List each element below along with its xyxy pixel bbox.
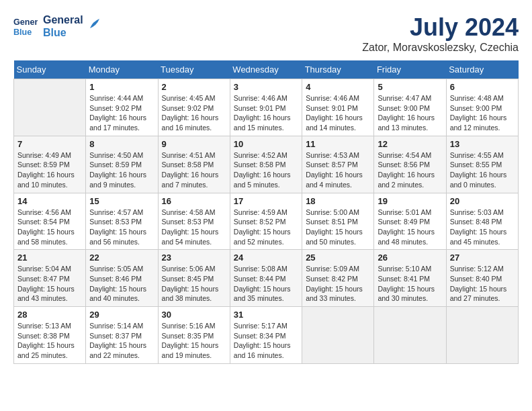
- cell-info: Sunrise: 5:00 AMSunset: 8:51 PMDaylight:…: [306, 208, 370, 247]
- weekday-header-wednesday: Wednesday: [230, 60, 302, 79]
- calendar-cell: [302, 307, 374, 364]
- page-header: General Blue General Blue July 2024 Zato…: [13, 13, 519, 54]
- cell-info: Sunrise: 4:54 AMSunset: 8:56 PMDaylight:…: [378, 150, 442, 190]
- cell-info: Sunrise: 4:56 AMSunset: 8:54 PMDaylight:…: [17, 208, 82, 247]
- cell-info: Sunrise: 5:06 AMSunset: 8:45 PMDaylight:…: [162, 264, 226, 304]
- day-number: 10: [234, 139, 298, 149]
- day-number: 30: [162, 310, 226, 320]
- cell-info: Sunrise: 4:46 AMSunset: 9:01 PMDaylight:…: [306, 93, 370, 133]
- cell-info: Sunrise: 5:13 AMSunset: 8:38 PMDaylight:…: [17, 321, 82, 361]
- calendar-cell: 21Sunrise: 5:04 AMSunset: 8:47 PMDayligh…: [14, 250, 86, 307]
- cell-info: Sunrise: 5:10 AMSunset: 8:41 PMDaylight:…: [378, 264, 442, 304]
- day-number: 16: [162, 196, 226, 206]
- calendar-cell: 17Sunrise: 4:59 AMSunset: 8:52 PMDayligh…: [230, 193, 302, 250]
- calendar-cell: 15Sunrise: 4:57 AMSunset: 8:53 PMDayligh…: [86, 193, 158, 250]
- cell-info: Sunrise: 4:55 AMSunset: 8:55 PMDaylight:…: [450, 150, 515, 190]
- day-number: 7: [17, 139, 82, 149]
- cell-info: Sunrise: 5:01 AMSunset: 8:49 PMDaylight:…: [378, 208, 442, 247]
- calendar-cell: 27Sunrise: 5:12 AMSunset: 8:40 PMDayligh…: [446, 250, 518, 307]
- day-number: 27: [450, 253, 515, 263]
- day-number: 13: [450, 139, 515, 149]
- cell-info: Sunrise: 4:45 AMSunset: 9:02 PMDaylight:…: [162, 93, 226, 133]
- calendar-week-row: 1Sunrise: 4:44 AMSunset: 9:02 PMDaylight…: [14, 79, 519, 136]
- cell-info: Sunrise: 4:44 AMSunset: 9:02 PMDaylight:…: [89, 93, 154, 133]
- calendar-cell: 20Sunrise: 5:03 AMSunset: 8:48 PMDayligh…: [446, 193, 518, 250]
- day-number: 29: [89, 310, 154, 320]
- title-block: July 2024 Zator, Moravskoslezsky, Czechi…: [362, 13, 519, 54]
- weekday-header-monday: Monday: [86, 60, 158, 79]
- calendar-cell: 3Sunrise: 4:46 AMSunset: 9:01 PMDaylight…: [230, 79, 302, 136]
- calendar-cell: 9Sunrise: 4:51 AMSunset: 8:58 PMDaylight…: [158, 136, 230, 193]
- calendar-week-row: 14Sunrise: 4:56 AMSunset: 8:54 PMDayligh…: [14, 193, 519, 250]
- calendar-cell: [446, 307, 518, 364]
- day-number: 28: [17, 310, 82, 320]
- cell-info: Sunrise: 4:59 AMSunset: 8:52 PMDaylight:…: [234, 208, 298, 247]
- calendar-cell: 4Sunrise: 4:46 AMSunset: 9:01 PMDaylight…: [302, 79, 374, 136]
- calendar-cell: 23Sunrise: 5:06 AMSunset: 8:45 PMDayligh…: [158, 250, 230, 307]
- cell-info: Sunrise: 5:04 AMSunset: 8:47 PMDaylight:…: [17, 264, 82, 304]
- day-number: 11: [306, 139, 370, 149]
- calendar-cell: 16Sunrise: 4:58 AMSunset: 8:53 PMDayligh…: [158, 193, 230, 250]
- cell-info: Sunrise: 5:09 AMSunset: 8:42 PMDaylight:…: [306, 264, 370, 304]
- cell-info: Sunrise: 4:47 AMSunset: 9:00 PMDaylight:…: [378, 93, 442, 133]
- calendar-cell: 6Sunrise: 4:48 AMSunset: 9:00 PMDaylight…: [446, 79, 518, 136]
- weekday-header-saturday: Saturday: [446, 60, 518, 79]
- logo-bird-icon: [87, 16, 99, 31]
- day-number: 6: [450, 82, 515, 92]
- calendar-cell: 14Sunrise: 4:56 AMSunset: 8:54 PMDayligh…: [14, 193, 86, 250]
- location-title: Zator, Moravskoslezsky, Czechia: [362, 42, 519, 54]
- calendar-week-row: 28Sunrise: 5:13 AMSunset: 8:38 PMDayligh…: [14, 307, 519, 364]
- day-number: 22: [89, 253, 154, 263]
- cell-info: Sunrise: 4:57 AMSunset: 8:53 PMDaylight:…: [89, 208, 154, 247]
- logo-line1: General: [43, 13, 83, 26]
- cell-info: Sunrise: 4:51 AMSunset: 8:58 PMDaylight:…: [162, 150, 226, 190]
- logo-line2: Blue: [43, 26, 83, 39]
- day-number: 17: [234, 196, 298, 206]
- cell-info: Sunrise: 4:49 AMSunset: 8:59 PMDaylight:…: [17, 150, 82, 190]
- cell-info: Sunrise: 5:08 AMSunset: 8:44 PMDaylight:…: [234, 264, 298, 304]
- day-number: 15: [89, 196, 154, 206]
- cell-info: Sunrise: 5:03 AMSunset: 8:48 PMDaylight:…: [450, 208, 515, 247]
- calendar-cell: 5Sunrise: 4:47 AMSunset: 9:00 PMDaylight…: [374, 79, 446, 136]
- day-number: 4: [306, 82, 370, 92]
- cell-info: Sunrise: 4:48 AMSunset: 9:00 PMDaylight:…: [450, 93, 515, 133]
- cell-info: Sunrise: 4:50 AMSunset: 8:59 PMDaylight:…: [89, 150, 154, 190]
- calendar-week-row: 21Sunrise: 5:04 AMSunset: 8:47 PMDayligh…: [14, 250, 519, 307]
- day-number: 5: [378, 82, 442, 92]
- calendar-cell: 13Sunrise: 4:55 AMSunset: 8:55 PMDayligh…: [446, 136, 518, 193]
- day-number: 19: [378, 196, 442, 206]
- calendar-cell: 25Sunrise: 5:09 AMSunset: 8:42 PMDayligh…: [302, 250, 374, 307]
- cell-info: Sunrise: 5:14 AMSunset: 8:37 PMDaylight:…: [89, 321, 154, 361]
- weekday-header-friday: Friday: [374, 60, 446, 79]
- calendar-cell: 30Sunrise: 5:16 AMSunset: 8:35 PMDayligh…: [158, 307, 230, 364]
- day-number: 8: [89, 139, 154, 149]
- day-number: 3: [234, 82, 298, 92]
- calendar-cell: 7Sunrise: 4:49 AMSunset: 8:59 PMDaylight…: [14, 136, 86, 193]
- weekday-header-sunday: Sunday: [14, 60, 86, 79]
- day-number: 2: [162, 82, 226, 92]
- calendar-cell: 26Sunrise: 5:10 AMSunset: 8:41 PMDayligh…: [374, 250, 446, 307]
- day-number: 21: [17, 253, 82, 263]
- calendar-cell: 11Sunrise: 4:53 AMSunset: 8:57 PMDayligh…: [302, 136, 374, 193]
- calendar-week-row: 7Sunrise: 4:49 AMSunset: 8:59 PMDaylight…: [14, 136, 519, 193]
- cell-info: Sunrise: 5:05 AMSunset: 8:46 PMDaylight:…: [89, 264, 154, 304]
- logo: General Blue General Blue: [13, 13, 99, 39]
- cell-info: Sunrise: 4:58 AMSunset: 8:53 PMDaylight:…: [162, 208, 226, 247]
- day-number: 14: [17, 196, 82, 206]
- weekday-header-row: SundayMondayTuesdayWednesdayThursdayFrid…: [14, 60, 519, 79]
- calendar-cell: 19Sunrise: 5:01 AMSunset: 8:49 PMDayligh…: [374, 193, 446, 250]
- cell-info: Sunrise: 4:46 AMSunset: 9:01 PMDaylight:…: [234, 93, 298, 133]
- calendar-cell: 8Sunrise: 4:50 AMSunset: 8:59 PMDaylight…: [86, 136, 158, 193]
- calendar-cell: [374, 307, 446, 364]
- day-number: 12: [378, 139, 442, 149]
- cell-info: Sunrise: 4:52 AMSunset: 8:58 PMDaylight:…: [234, 150, 298, 190]
- day-number: 9: [162, 139, 226, 149]
- day-number: 25: [306, 253, 370, 263]
- calendar-cell: 1Sunrise: 4:44 AMSunset: 9:02 PMDaylight…: [86, 79, 158, 136]
- calendar-cell: 2Sunrise: 4:45 AMSunset: 9:02 PMDaylight…: [158, 79, 230, 136]
- calendar-cell: 31Sunrise: 5:17 AMSunset: 8:34 PMDayligh…: [230, 307, 302, 364]
- calendar-cell: [14, 79, 86, 136]
- calendar-cell: 29Sunrise: 5:14 AMSunset: 8:37 PMDayligh…: [86, 307, 158, 364]
- day-number: 23: [162, 253, 226, 263]
- calendar-cell: 12Sunrise: 4:54 AMSunset: 8:56 PMDayligh…: [374, 136, 446, 193]
